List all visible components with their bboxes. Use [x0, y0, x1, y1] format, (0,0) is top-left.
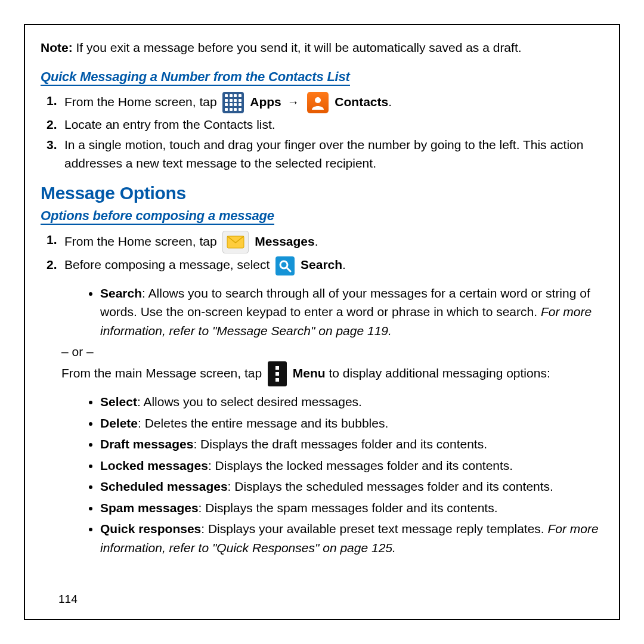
messages-label: Messages	[255, 234, 314, 248]
note-text: If you exit a message before you send it…	[73, 41, 522, 54]
menu-option-text: : Allows you to select desired messages.	[137, 395, 362, 408]
heading-message-options: Message Options	[41, 183, 603, 203]
section-title-2: Options before composing a message	[41, 208, 274, 225]
note-label: Note:	[41, 41, 73, 54]
menu-option-bold: Scheduled messages	[100, 479, 228, 493]
menu-option-text: : Displays your available preset text me…	[201, 522, 547, 535]
or-separator: – or –	[61, 345, 603, 359]
period: .	[315, 234, 318, 248]
menu-option-bold: Draft messages	[100, 437, 193, 451]
menu-option-2: Draft messages: Displays the draft messa…	[100, 435, 603, 454]
search-bullet-list: Search: Allows you to search through all…	[41, 284, 603, 340]
menu-option-text: : Displays the spam messages folder and …	[199, 501, 498, 515]
search-bullet-bold: Search	[100, 286, 142, 300]
search-bullet: Search: Allows you to search through all…	[100, 284, 603, 340]
quick-messaging-steps: From the Home screen, tap Apps → Contact…	[41, 92, 603, 172]
menu-option-bold: Locked messages	[100, 459, 208, 472]
contacts-icon	[307, 92, 329, 113]
opt-step-2: Before composing a message, select Searc…	[64, 256, 603, 275]
menu-option-text: : Displays the scheduled messages folder…	[228, 479, 553, 493]
arrow-icon: →	[287, 95, 299, 109]
apps-label: Apps	[250, 95, 281, 109]
menu-option-3: Locked messages: Displays the locked mes…	[100, 456, 603, 475]
search-label: Search	[301, 258, 342, 271]
step-1: From the Home screen, tap Apps → Contact…	[64, 92, 603, 113]
menu-option-bold: Spam messages	[100, 501, 199, 515]
menu-option-6: Quick responses: Displays your available…	[100, 519, 603, 557]
menu-option-text: : Displays the draft messages folder and…	[193, 437, 487, 451]
menu-option-bold: Delete	[100, 416, 138, 430]
opt-step-2-pre: Before composing a message, select	[64, 258, 273, 271]
apps-icon	[222, 92, 244, 113]
menu-line-post: to display additional messaging options:	[326, 366, 550, 380]
search-bullet-text: : Allows you to search through all of yo…	[100, 286, 590, 319]
menu-line: From the main Message screen, tap Menu t…	[61, 361, 603, 386]
menu-option-0: Select: Allows you to select desired mes…	[100, 392, 603, 411]
menu-options-list: Select: Allows you to select desired mes…	[41, 392, 603, 557]
menu-label: Menu	[293, 366, 326, 380]
menu-option-1: Delete: Deletes the entire message and i…	[100, 414, 603, 433]
menu-option-5: Spam messages: Displays the spam message…	[100, 499, 603, 518]
section-quick-messaging: Quick Messaging a Number from the Contac…	[41, 69, 603, 172]
options-steps: From the Home screen, tap Messages. Befo…	[41, 231, 603, 275]
note-line: Note: If you exit a message before you s…	[41, 41, 603, 55]
menu-icon	[268, 361, 287, 386]
messages-icon	[222, 231, 249, 253]
menu-option-bold: Quick responses	[100, 522, 201, 535]
section-options-before: Options before composing a message From …	[41, 208, 603, 557]
step-3: In a single motion, touch and drag your …	[64, 136, 603, 172]
menu-line-pre: From the main Message screen, tap	[61, 366, 265, 380]
menu-option-text: : Displays the locked messages folder an…	[208, 459, 513, 472]
step-1-pretext: From the Home screen, tap	[64, 95, 220, 109]
opt-step-1-pre: From the Home screen, tap	[64, 234, 220, 248]
opt-step-1: From the Home screen, tap Messages.	[64, 231, 603, 253]
period: .	[388, 95, 392, 109]
svg-point-0	[315, 97, 321, 103]
page-number: 114	[58, 593, 78, 606]
svg-line-3	[287, 268, 290, 271]
period: .	[342, 258, 346, 271]
page-frame: Note: If you exit a message before you s…	[24, 24, 620, 620]
step-2: Locate an entry from the Contacts list.	[64, 116, 603, 134]
menu-option-bold: Select	[100, 395, 137, 408]
section-title: Quick Messaging a Number from the Contac…	[41, 69, 350, 86]
menu-option-4: Scheduled messages: Displays the schedul…	[100, 477, 603, 496]
search-icon	[275, 256, 295, 275]
menu-option-text: : Deletes the entire message and its bub…	[138, 416, 388, 430]
contacts-label: Contacts	[335, 95, 388, 109]
